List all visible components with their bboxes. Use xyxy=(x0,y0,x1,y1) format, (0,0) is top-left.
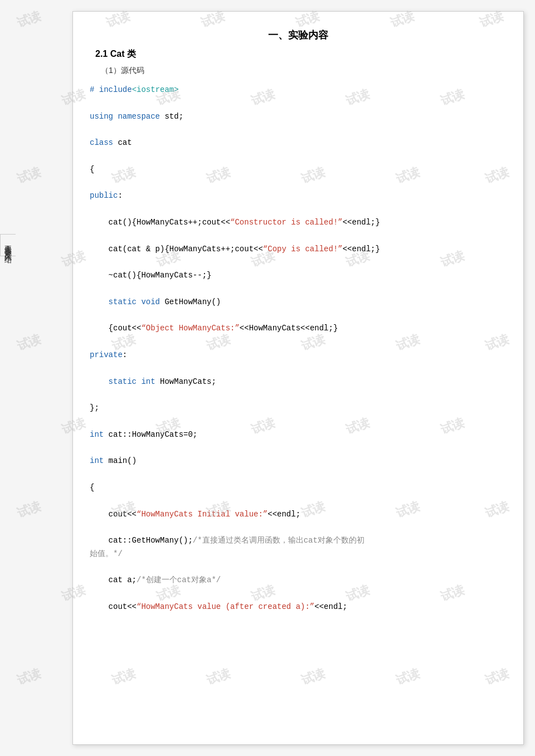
code-line-blank15 xyxy=(90,468,507,481)
code-line-18b: 始值。*/ xyxy=(90,548,507,561)
code-line-blank14 xyxy=(90,442,507,455)
code-line-blank7 xyxy=(90,256,507,269)
code-line-blank6 xyxy=(90,230,507,243)
code-line-blank9 xyxy=(90,309,507,323)
code-line-blank19 xyxy=(90,587,507,601)
code-line-1: # include<iostream> xyxy=(90,84,507,97)
code-line-9: static void GetHowMany() xyxy=(90,296,507,309)
code-line-11: private: xyxy=(90,349,507,362)
document-content: 一、实验内容 2.1 Cat 类 （1）源代码 # include<iostre… xyxy=(72,11,524,745)
code-line-20: cout<<“HowManyCats value (after created … xyxy=(90,601,507,614)
code-line-19: cat a;/*创建一个cat对象a*/ xyxy=(90,574,507,587)
code-line-blank2 xyxy=(90,123,507,136)
code-line-blank12 xyxy=(90,388,507,402)
code-line-10: {cout<<“Object HowManyCats:”<<HowManyCat… xyxy=(90,322,507,335)
page: 试读 试读 试读 试读 试读 试读 试读 试读 试读 试读 试读 试读 试读 试… xyxy=(0,0,535,756)
subsection-title: 2.1 Cat 类 xyxy=(95,48,507,60)
code-line-16: { xyxy=(90,481,507,495)
code-line-2: using namespace std; xyxy=(90,110,507,124)
code-line-blank16 xyxy=(90,495,507,508)
watermark: 试读 xyxy=(14,163,43,187)
code-line-blank1 xyxy=(90,97,507,110)
watermark: 试读 xyxy=(14,665,43,689)
watermark: 试读 xyxy=(14,7,43,31)
code-line-4: { xyxy=(90,163,507,177)
watermark: 试读 xyxy=(14,330,43,354)
sidebar-label: 主要实验记录及个人小结 xyxy=(0,234,16,256)
code-line-8: ~cat(){HowManyCats--;} xyxy=(90,269,507,282)
code-line-5: public: xyxy=(90,189,507,203)
code-line-13: }; xyxy=(90,402,507,415)
code-line-7: cat(cat & p){HowManyCats++;cout<<“Copy i… xyxy=(90,243,507,256)
code-line-blank17 xyxy=(90,521,507,534)
code-line-blank10 xyxy=(90,335,507,349)
code-line-blank4 xyxy=(90,177,507,190)
code-line-3: class cat xyxy=(90,136,507,150)
code-line-blank3 xyxy=(90,150,507,163)
watermark: 试读 xyxy=(14,498,43,521)
code-line-6: cat(){HowManyCats++;cout<<“Constructor i… xyxy=(90,216,507,230)
code-block: # include<iostream> using namespace std;… xyxy=(90,84,507,614)
code-line-blank11 xyxy=(90,362,507,375)
subsubsection-title: （1）源代码 xyxy=(101,66,507,76)
code-line-blank13 xyxy=(90,415,507,428)
code-line-12: static int HowManyCats; xyxy=(90,375,507,389)
code-line-blank5 xyxy=(90,203,507,216)
code-line-17: cout<<“HowManyCats Initial value:”<<endl… xyxy=(90,508,507,521)
code-line-blank18 xyxy=(90,561,507,574)
code-line-blank8 xyxy=(90,282,507,296)
section-title: 一、实验内容 xyxy=(90,28,507,42)
code-line-15: int main() xyxy=(90,455,507,468)
code-line-18: cat::GetHowMany();/*直接通过类名调用函数，输出cat对象个数… xyxy=(90,534,507,548)
code-line-14: int cat::HowManyCats=0; xyxy=(90,428,507,442)
